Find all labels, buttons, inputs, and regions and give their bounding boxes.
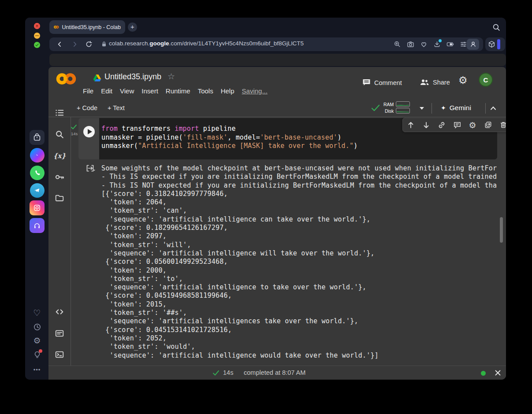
saving-status: Saving...: [242, 87, 268, 95]
menu-file[interactable]: File: [83, 87, 93, 95]
url-text[interactable]: colab.research.google.com/drive/1L4TY1yv…: [109, 40, 304, 47]
cell-code[interactable]: from transformers import pipelineunmaske…: [101, 125, 358, 151]
menu-runtime[interactable]: Runtime: [166, 87, 190, 95]
instagram-icon[interactable]: [30, 200, 45, 215]
toolbar-divider: [432, 103, 432, 114]
gemini-spark-icon: ✦: [441, 104, 446, 111]
new-tab-button[interactable]: +: [128, 22, 137, 32]
downloads-icon[interactable]: [433, 41, 441, 48]
history-clock-icon[interactable]: [33, 322, 41, 331]
music-app-icon[interactable]: [30, 218, 45, 233]
settings-gear-icon[interactable]: ⚙: [458, 74, 468, 86]
menu-view[interactable]: View: [120, 87, 134, 95]
share-button[interactable]: Share: [420, 79, 450, 86]
add-comment-icon[interactable]: [453, 121, 461, 129]
tune-sliders-icon[interactable]: [460, 41, 467, 48]
colab-header-logo[interactable]: [56, 72, 76, 86]
account-avatar[interactable]: C: [479, 73, 493, 87]
more-dots-icon[interactable]: •••: [33, 365, 41, 374]
menu-edit[interactable]: Edit: [101, 87, 112, 95]
favorite-heart-icon[interactable]: [420, 41, 428, 48]
address-bar[interactable]: colab.research.google.com/drive/1L4TY1yv…: [49, 37, 483, 51]
comment-icon: [362, 79, 371, 86]
comment-button[interactable]: Comment: [362, 79, 402, 86]
pinned-extension-icon[interactable]: [497, 39, 500, 49]
files-folder-icon[interactable]: [54, 193, 65, 203]
settings-gear-icon[interactable]: ⚙: [33, 336, 41, 345]
add-text-button[interactable]: + Text: [108, 104, 125, 111]
status-message: completed at 8:07 AM: [244, 369, 305, 376]
sidebar-divider: [71, 117, 71, 366]
app-store-icon[interactable]: [30, 130, 45, 145]
delete-cell-icon[interactable]: [499, 121, 506, 129]
terminal-icon[interactable]: [54, 349, 65, 360]
command-palette-icon[interactable]: [54, 328, 65, 339]
cell-gutter: [78, 118, 99, 159]
status-check-icon: [212, 370, 219, 376]
whatsapp-icon[interactable]: [30, 165, 45, 180]
ideas-lightbulb-icon[interactable]: [33, 350, 41, 359]
output-toggle-icon[interactable]: [86, 164, 96, 173]
back-icon[interactable]: [56, 41, 63, 48]
cell-executed-check-icon: [71, 124, 77, 130]
connected-check-icon: [371, 104, 380, 112]
minimize-window-button[interactable]: [34, 33, 40, 39]
resources-widget[interactable]: RAM Disk: [383, 101, 410, 114]
move-cell-down-icon[interactable]: [422, 121, 430, 129]
disk-sparkline: [396, 108, 410, 114]
notification-dot: [39, 349, 42, 353]
ram-sparkline: [396, 101, 410, 107]
gemini-button[interactable]: ✦ Gemini: [441, 104, 471, 112]
code-cell[interactable]: from transformers import pipelineunmaske…: [78, 118, 497, 159]
zoom-window-button[interactable]: [34, 42, 40, 48]
reload-icon[interactable]: [85, 41, 93, 48]
add-code-button[interactable]: + Code: [77, 104, 97, 111]
menu-tools[interactable]: Tools: [198, 87, 213, 95]
extensions-group: [485, 37, 505, 51]
zoom-page-icon[interactable]: [394, 41, 401, 48]
battery-icon[interactable]: [446, 41, 454, 48]
menu-bar: File Edit View Insert Runtime Tools Help…: [83, 87, 268, 95]
star-icon[interactable]: ☆: [167, 71, 175, 81]
tab-search-icon[interactable]: [492, 23, 501, 32]
drive-icon: [93, 74, 101, 81]
left-dock: ♡ ⚙ •••: [25, 18, 48, 380]
cell-output-text[interactable]: Some weights of the model checkpoint at …: [101, 164, 497, 360]
variables-icon[interactable]: {x}: [54, 151, 65, 161]
tab-title: Untitled35.ipynb - Colab: [62, 24, 121, 30]
browser-tab[interactable]: Untitled35.ipynb - Colab: [49, 20, 125, 34]
bookmarks-bar[interactable]: [49, 54, 506, 66]
code-snippets-icon[interactable]: [54, 307, 65, 317]
menu-help[interactable]: Help: [221, 87, 234, 95]
favorites-heart-icon[interactable]: ♡: [33, 308, 41, 317]
messenger-icon[interactable]: [30, 148, 45, 163]
colab-logo-icon: [54, 24, 59, 30]
move-cell-up-icon[interactable]: [407, 121, 415, 129]
download-badge: [439, 39, 442, 42]
table-of-contents-icon[interactable]: [54, 107, 65, 118]
forward-icon[interactable]: [71, 41, 78, 48]
copy-link-icon[interactable]: [438, 121, 446, 129]
notebook-scrollbar[interactable]: [500, 217, 503, 243]
resources-dropdown-icon[interactable]: [420, 107, 424, 110]
colab-app: Untitled35.ipynb ☆ File Edit View Insert…: [48, 67, 506, 380]
browser-window: ♡ ⚙ ••• Untitled35.ipynb - Colab +: [25, 18, 506, 380]
browser-profile-icon[interactable]: [467, 39, 479, 50]
run-cell-button[interactable]: [83, 126, 95, 137]
menu-insert[interactable]: Insert: [141, 87, 158, 95]
mirror-cell-icon[interactable]: [484, 121, 492, 129]
close-window-button[interactable]: [34, 23, 40, 29]
status-bar: 14s completed at 8:07 AM: [48, 366, 506, 380]
notebook-title[interactable]: Untitled35.ipynb: [104, 72, 161, 81]
extension-cube-icon[interactable]: [488, 41, 495, 48]
share-people-icon: [420, 79, 429, 86]
close-status-bar-icon[interactable]: [495, 370, 501, 376]
status-green-dot: [481, 371, 486, 376]
status-exec-time: 14s: [223, 369, 233, 376]
collapse-toolbar-icon[interactable]: [490, 106, 496, 110]
search-icon[interactable]: [54, 129, 65, 140]
screenshot-camera-icon[interactable]: [407, 41, 414, 48]
cell-settings-gear-icon[interactable]: ⚙: [469, 121, 476, 129]
telegram-icon[interactable]: [30, 183, 45, 198]
secrets-key-icon[interactable]: [54, 172, 65, 182]
